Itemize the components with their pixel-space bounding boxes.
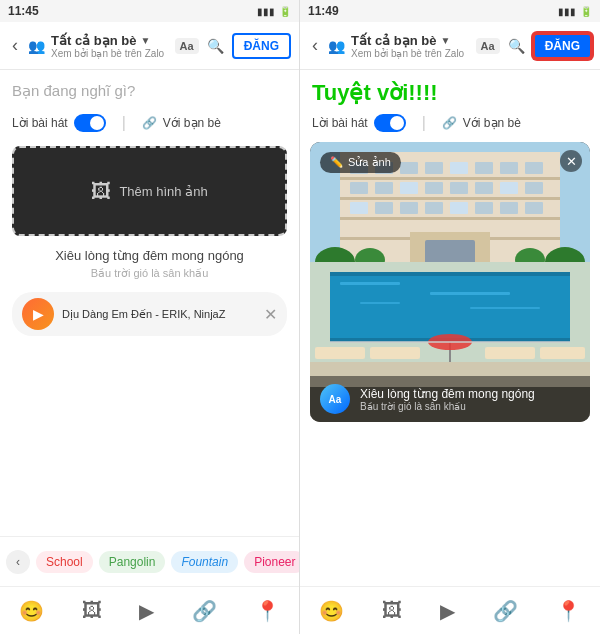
post-placeholder[interactable]: Bạn đang nghĩ gì? [12, 82, 287, 100]
left-status-bar: 11:45 ▮▮▮ 🔋 [0, 0, 299, 22]
toggle-divider: | [122, 114, 126, 132]
right-lyrics-toggle-switch[interactable] [374, 114, 406, 132]
song-thumbnail: ▶ [22, 298, 54, 330]
right-header-actions: Aa 🔍 ĐĂNG [476, 33, 592, 59]
left-bottom-toolbar: 😊 🖼 ▶ 🔗 📍 [0, 586, 299, 634]
svg-rect-20 [400, 202, 418, 214]
left-content: Bạn đang nghĩ gì? Lời bài hát | 🔗 Với bạ… [0, 70, 299, 536]
svg-rect-15 [475, 182, 493, 194]
font-prev-button[interactable]: ‹ [6, 550, 30, 574]
left-aa-button[interactable]: Aa [175, 38, 199, 54]
right-header: ‹ 👥 Tất cả bạn bè ▼ Xem bởi bạn bè trên … [300, 22, 600, 70]
left-search-button[interactable]: 🔍 [207, 38, 224, 54]
caption-sub-text: Bầu trời gió là sân khấu [360, 401, 535, 412]
right-link-button[interactable]: 🔗 [493, 599, 518, 623]
svg-rect-42 [360, 302, 400, 304]
right-video-button[interactable]: ▶ [440, 599, 455, 623]
left-time: 11:45 [8, 4, 39, 18]
right-aa-button[interactable]: Aa [476, 38, 500, 54]
edit-image-button[interactable]: ✏️ Sửa ảnh [320, 152, 401, 173]
left-group-sub: Xem bởi bạn bè trên Zalo [51, 48, 169, 59]
lyrics-toggle-switch[interactable] [74, 114, 106, 132]
left-group-icon: 👥 [28, 38, 45, 54]
friends-toggle-label: Với bạn bè [163, 116, 221, 130]
right-image-button[interactable]: 🖼 [382, 599, 402, 622]
right-friends-toggle-item: 🔗 Với bạn bè [442, 116, 521, 130]
right-signal-icon: ▮▮▮ [558, 6, 576, 17]
font-tag-pangolin[interactable]: Pangolin [99, 551, 166, 573]
svg-rect-11 [375, 182, 393, 194]
lyrics-main-text: Xiêu lòng từng đêm mong ngóng [12, 248, 287, 263]
add-image-icon: 🖼 [91, 180, 111, 203]
svg-rect-12 [400, 182, 418, 194]
left-image-button[interactable]: 🖼 [82, 599, 102, 622]
left-video-button[interactable]: ▶ [139, 599, 154, 623]
svg-rect-40 [340, 282, 400, 285]
right-location-button[interactable]: 📍 [556, 599, 581, 623]
lyrics-sub-text: Bầu trời gió là sân khấu [12, 267, 287, 280]
svg-rect-41 [430, 292, 510, 295]
svg-rect-9 [525, 162, 543, 174]
font-tag-school[interactable]: School [36, 551, 93, 573]
left-group-name: Tất cả bạn bè ▼ [51, 33, 169, 48]
left-emoji-button[interactable]: 😊 [19, 599, 44, 623]
left-group-dropdown[interactable]: ▼ [140, 35, 150, 46]
add-image-area[interactable]: 🖼 Thêm hình ảnh [12, 146, 287, 236]
svg-rect-26 [340, 177, 560, 180]
left-header: ‹ 👥 Tất cả bạn bè ▼ Xem bởi bạn bè trên … [0, 22, 299, 70]
svg-rect-46 [485, 347, 535, 359]
svg-rect-14 [450, 182, 468, 194]
left-location-button[interactable]: 📍 [255, 599, 280, 623]
right-group-dropdown[interactable]: ▼ [440, 35, 450, 46]
right-group-icon: 👥 [328, 38, 345, 54]
font-tag-pioneer[interactable]: Pioneer [244, 551, 299, 573]
svg-rect-23 [475, 202, 493, 214]
caption-main-text: Xiêu lòng từng đêm mong ngóng [360, 387, 535, 401]
right-back-button[interactable]: ‹ [308, 31, 322, 60]
right-content: Tuyệt vời!!!! Lời bài hát | 🔗 Với bạn bè [300, 70, 600, 586]
left-dang-button[interactable]: ĐĂNG [232, 33, 291, 59]
left-panel: 11:45 ▮▮▮ 🔋 ‹ 👥 Tất cả bạn bè ▼ Xem bởi … [0, 0, 300, 634]
right-panel: 11:49 ▮▮▮ 🔋 ‹ 👥 Tất cả bạn bè ▼ Xem bởi … [300, 0, 600, 634]
caption-avatar: Aa [320, 384, 350, 414]
lyrics-toggle-label: Lời bài hát [12, 116, 68, 130]
right-time: 11:49 [308, 4, 339, 18]
svg-rect-47 [540, 347, 585, 359]
right-lyrics-toggle-label: Lời bài hát [312, 116, 368, 130]
svg-rect-13 [425, 182, 443, 194]
right-battery-icon: 🔋 [580, 6, 592, 17]
font-tag-fountain[interactable]: Fountain [171, 551, 238, 573]
signal-icon: ▮▮▮ [257, 6, 275, 17]
edit-icon: ✏️ [330, 156, 344, 169]
caption-overlay: Aa Xiêu lòng từng đêm mong ngóng Bầu trờ… [310, 376, 590, 422]
right-status-bar: 11:49 ▮▮▮ 🔋 [300, 0, 600, 22]
right-toggle-divider: | [422, 114, 426, 132]
right-friends-toggle-icon: 🔗 [442, 116, 457, 130]
svg-rect-21 [425, 202, 443, 214]
left-status-icons: ▮▮▮ 🔋 [257, 6, 291, 17]
left-group-info: Tất cả bạn bè ▼ Xem bởi bạn bè trên Zalo [51, 33, 169, 59]
svg-rect-27 [340, 197, 560, 200]
song-tag: ▶ Dịu Dàng Em Đến - ERIK, NinjaZ ✕ [12, 292, 287, 336]
right-toggle-row: Lời bài hát | 🔗 Với bạn bè [300, 114, 600, 142]
tuyetvoi-title: Tuyệt vời!!!! [300, 70, 600, 114]
right-search-button[interactable]: 🔍 [508, 38, 525, 54]
svg-rect-19 [375, 202, 393, 214]
right-status-icons: ▮▮▮ 🔋 [558, 6, 592, 17]
left-back-button[interactable]: ‹ [8, 31, 22, 60]
svg-rect-17 [525, 182, 543, 194]
left-link-button[interactable]: 🔗 [192, 599, 217, 623]
song-title: Dịu Dàng Em Đến - ERIK, NinjaZ [62, 308, 256, 321]
close-preview-button[interactable]: ✕ [560, 150, 582, 172]
svg-rect-4 [400, 162, 418, 174]
svg-rect-5 [425, 162, 443, 174]
right-lyrics-toggle-item: Lời bài hát [312, 114, 406, 132]
svg-rect-10 [350, 182, 368, 194]
right-group-name: Tất cả bạn bè ▼ [351, 33, 470, 48]
song-remove-button[interactable]: ✕ [264, 305, 277, 324]
lyrics-toggle-item: Lời bài hát [12, 114, 106, 132]
svg-rect-8 [500, 162, 518, 174]
right-group-sub: Xem bởi bạn bè trên Zalo [351, 48, 470, 59]
right-emoji-button[interactable]: 😊 [319, 599, 344, 623]
right-dang-button[interactable]: ĐĂNG [533, 33, 592, 59]
